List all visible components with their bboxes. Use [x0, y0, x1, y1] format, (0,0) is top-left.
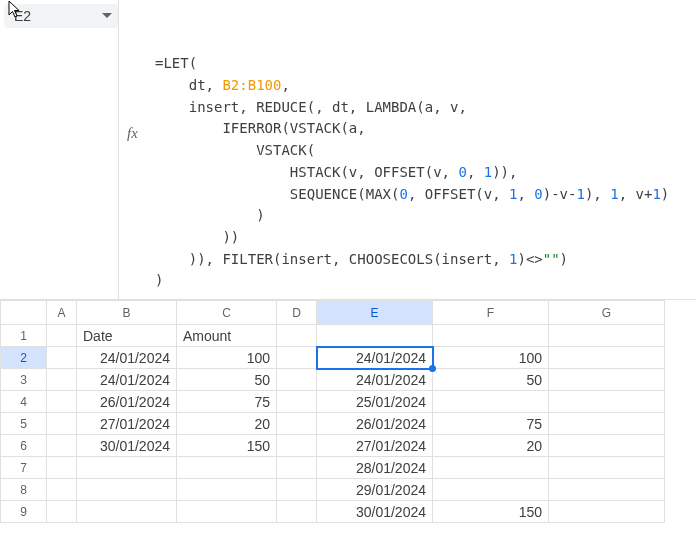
- cell-G7[interactable]: [549, 457, 665, 479]
- cell-C3[interactable]: 50: [177, 369, 277, 391]
- fx-icon: fx: [127, 122, 138, 145]
- cell-B9[interactable]: [77, 501, 177, 523]
- cell-B8[interactable]: [77, 479, 177, 501]
- mouse-cursor-icon: [8, 0, 24, 20]
- cell-E7[interactable]: 28/01/2024: [317, 457, 433, 479]
- cell-C8[interactable]: [177, 479, 277, 501]
- cell-C6[interactable]: 150: [177, 435, 277, 457]
- col-header-D[interactable]: D: [277, 301, 317, 325]
- cell-A4[interactable]: [47, 391, 77, 413]
- cell-E2[interactable]: 24/01/2024: [317, 347, 433, 369]
- cell-C5[interactable]: 20: [177, 413, 277, 435]
- cell-A8[interactable]: [47, 479, 77, 501]
- row-header-3[interactable]: 3: [1, 369, 47, 391]
- cell-G5[interactable]: [549, 413, 665, 435]
- chevron-down-icon: [102, 13, 112, 19]
- cell-B3[interactable]: 24/01/2024: [77, 369, 177, 391]
- cell-G1[interactable]: [549, 325, 665, 347]
- row-header-5[interactable]: 5: [1, 413, 47, 435]
- cell-C4[interactable]: 75: [177, 391, 277, 413]
- cell-G9[interactable]: [549, 501, 665, 523]
- cell-G2[interactable]: [549, 347, 665, 369]
- cell-G6[interactable]: [549, 435, 665, 457]
- cell-A6[interactable]: [47, 435, 77, 457]
- select-all-corner[interactable]: [1, 301, 47, 325]
- row-header-7[interactable]: 7: [1, 457, 47, 479]
- cell-F3[interactable]: 50: [433, 369, 549, 391]
- cell-B2[interactable]: 24/01/2024: [77, 347, 177, 369]
- row-header-9[interactable]: 9: [1, 501, 47, 523]
- cell-C2[interactable]: 100: [177, 347, 277, 369]
- formula-bar-region: E2 fx =LET( dt, B2:B100, insert, REDUCE(…: [0, 0, 696, 300]
- cell-A1[interactable]: [47, 325, 77, 347]
- cell-D7[interactable]: [277, 457, 317, 479]
- cell-B4[interactable]: 26/01/2024: [77, 391, 177, 413]
- col-header-A[interactable]: A: [47, 301, 77, 325]
- cell-B7[interactable]: [77, 457, 177, 479]
- col-header-F[interactable]: F: [433, 301, 549, 325]
- cell-G3[interactable]: [549, 369, 665, 391]
- cell-A7[interactable]: [47, 457, 77, 479]
- cell-F6[interactable]: 20: [433, 435, 549, 457]
- cell-D4[interactable]: [277, 391, 317, 413]
- cell-E6[interactable]: 27/01/2024: [317, 435, 433, 457]
- col-header-G[interactable]: G: [549, 301, 665, 325]
- cell-C7[interactable]: [177, 457, 277, 479]
- cell-A9[interactable]: [47, 501, 77, 523]
- row-header-8[interactable]: 8: [1, 479, 47, 501]
- cell-C9[interactable]: [177, 501, 277, 523]
- cell-D8[interactable]: [277, 479, 317, 501]
- cell-D6[interactable]: [277, 435, 317, 457]
- cell-B1[interactable]: Date: [77, 325, 177, 347]
- cell-D9[interactable]: [277, 501, 317, 523]
- cell-E3[interactable]: 24/01/2024: [317, 369, 433, 391]
- cell-E9[interactable]: 30/01/2024: [317, 501, 433, 523]
- cell-E5[interactable]: 26/01/2024: [317, 413, 433, 435]
- cell-E1[interactable]: [317, 325, 433, 347]
- cell-G4[interactable]: [549, 391, 665, 413]
- cell-E8[interactable]: 29/01/2024: [317, 479, 433, 501]
- cell-D3[interactable]: [277, 369, 317, 391]
- cell-A2[interactable]: [47, 347, 77, 369]
- cell-C1[interactable]: Amount: [177, 325, 277, 347]
- row-header-6[interactable]: 6: [1, 435, 47, 457]
- spreadsheet-grid[interactable]: A B C D E F G 1 Date Amount 2 24/01/2024…: [0, 300, 665, 523]
- cell-F2[interactable]: 100: [433, 347, 549, 369]
- formula-bar[interactable]: fx =LET( dt, B2:B100, insert, REDUCE(, d…: [118, 0, 696, 299]
- cell-D1[interactable]: [277, 325, 317, 347]
- cell-A5[interactable]: [47, 413, 77, 435]
- cell-A3[interactable]: [47, 369, 77, 391]
- cell-E4[interactable]: 25/01/2024: [317, 391, 433, 413]
- col-header-E[interactable]: E: [317, 301, 433, 325]
- cell-B5[interactable]: 27/01/2024: [77, 413, 177, 435]
- cell-F4[interactable]: [433, 391, 549, 413]
- cell-F7[interactable]: [433, 457, 549, 479]
- cell-D2[interactable]: [277, 347, 317, 369]
- cell-B6[interactable]: 30/01/2024: [77, 435, 177, 457]
- cell-D5[interactable]: [277, 413, 317, 435]
- row-header-2[interactable]: 2: [1, 347, 47, 369]
- col-header-C[interactable]: C: [177, 301, 277, 325]
- cell-F1[interactable]: [433, 325, 549, 347]
- cell-G8[interactable]: [549, 479, 665, 501]
- cell-F8[interactable]: [433, 479, 549, 501]
- row-header-4[interactable]: 4: [1, 391, 47, 413]
- cell-F9[interactable]: 150: [433, 501, 549, 523]
- row-header-1[interactable]: 1: [1, 325, 47, 347]
- cell-F5[interactable]: 75: [433, 413, 549, 435]
